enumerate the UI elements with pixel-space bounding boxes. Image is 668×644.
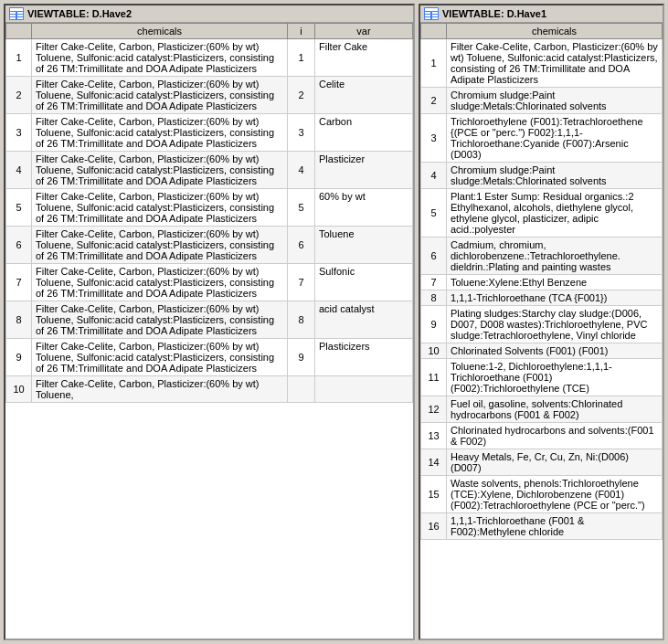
table-row: 9Plating sludges:Starchy clay sludge:(D0… — [421, 306, 663, 343]
table-icon-left — [9, 7, 24, 20]
row-i: 1 — [288, 39, 315, 77]
row-var: Celite — [315, 77, 413, 114]
svg-rect-9 — [425, 8, 438, 11]
table-row: 1Filter Cake-Celite, Carbon, Plasticizer… — [6, 39, 413, 77]
row-number: 8 — [421, 290, 447, 306]
row-chemicals: Fuel oil, gasoline, solvents:Chlorinated… — [447, 396, 663, 423]
table-row: 5Plant:1 Ester Sump: Residual organics.:… — [421, 189, 663, 238]
row-number: 4 — [6, 152, 32, 189]
row-number: 16 — [421, 513, 447, 540]
row-chemicals: Chlorinated Solvents (F001) (F001) — [447, 343, 663, 359]
table-row: 6Filter Cake-Celite, Carbon, Plasticizer… — [6, 227, 413, 264]
table-row: 8Filter Cake-Celite, Carbon, Plasticizer… — [6, 301, 413, 339]
row-number: 1 — [6, 39, 32, 77]
table-row: 5Filter Cake-Celite, Carbon, Plasticizer… — [6, 189, 413, 227]
row-number: 2 — [421, 88, 447, 114]
svg-rect-13 — [432, 15, 438, 16]
row-number: 12 — [421, 396, 447, 423]
svg-rect-14 — [425, 17, 430, 19]
row-chemicals: Toluene:1-2, Dichloroethylene:1,1,1-Tric… — [447, 359, 663, 396]
table-row: 14Heavy Metals, Fe, Cr, Cu, Zn, Ni:(D006… — [421, 449, 663, 476]
row-chemicals: Filter Cake-Celite, Carbon, Plasticizer:… — [447, 39, 663, 88]
table-row: 2Chromium sludge:Paint sludge:Metals:Chl… — [421, 88, 663, 114]
row-chemicals: 1,1,1-Trichloroethane (TCA {F001}) — [447, 290, 663, 306]
svg-rect-15 — [432, 17, 438, 19]
row-var: Plasticizers — [315, 339, 413, 376]
row-number: 5 — [421, 189, 447, 238]
right-title-text: VIEWTABLE: D.Have1 — [442, 8, 546, 19]
row-i: 7 — [288, 264, 315, 301]
row-chemicals: 1,1,1-Trichloroethane (F001 & F002):Meth… — [447, 513, 663, 540]
table-row: 4Chromium sludge:Paint sludge:Metals:Chl… — [421, 163, 663, 189]
row-var: Toluene — [315, 227, 413, 264]
table-row: 10Chlorinated Solvents (F001) (F001) — [421, 343, 663, 359]
row-i: 4 — [288, 152, 315, 189]
row-chemicals: Filter Cake-Celite, Carbon, Plasticizer:… — [32, 227, 288, 264]
row-number: 1 — [421, 39, 447, 88]
table-row: 12Fuel oil, gasoline, solvents:Chlorinat… — [421, 396, 663, 423]
row-number: 15 — [421, 476, 447, 513]
table-row: 3Filter Cake-Celite, Carbon, Plasticizer… — [6, 114, 413, 152]
table-row: 13Chlorinated hydrocarbons and solvents:… — [421, 423, 663, 449]
row-i — [288, 376, 315, 403]
row-chemicals: Plant:1 Ester Sump: Residual organics.:2… — [447, 189, 663, 238]
row-number: 3 — [6, 114, 32, 152]
row-chemicals: Chlorinated hydrocarbons and solvents:(F… — [447, 423, 663, 449]
svg-rect-1 — [10, 8, 23, 11]
table-row: 2Filter Cake-Celite, Carbon, Plasticizer… — [6, 77, 413, 114]
row-i: 2 — [288, 77, 315, 114]
row-chemicals: Chromium sludge:Paint sludge:Metals:Chlo… — [447, 163, 663, 189]
row-i: 8 — [288, 301, 315, 339]
row-chemicals: Filter Cake-Celite, Carbon, Plasticizer:… — [32, 301, 288, 339]
row-number: 3 — [421, 114, 447, 163]
row-number: 9 — [6, 339, 32, 376]
table-row: 161,1,1-Trichloroethane (F001 & F002):Me… — [421, 513, 663, 540]
right-table-container[interactable]: chemicals 1Filter Cake-Celite, Carbon, P… — [420, 23, 663, 639]
row-number: 13 — [421, 423, 447, 449]
row-chemicals: Toluene:Xylene:Ethyl Benzene — [447, 275, 663, 290]
svg-rect-7 — [17, 17, 23, 19]
row-number: 14 — [421, 449, 447, 476]
row-chemicals: Waste solvents, phenols:Trichloroethylen… — [447, 476, 663, 513]
row-number: 8 — [6, 301, 32, 339]
svg-rect-12 — [425, 15, 430, 16]
svg-rect-10 — [425, 12, 430, 14]
right-table: chemicals 1Filter Cake-Celite, Carbon, P… — [420, 23, 663, 540]
table-row: 15Waste solvents, phenols:Trichloroethyl… — [421, 476, 663, 513]
table-row: 7Toluene:Xylene:Ethyl Benzene — [421, 275, 663, 290]
row-chemicals: Filter Cake-Celite, Carbon, Plasticizer:… — [32, 339, 288, 376]
svg-rect-5 — [17, 15, 23, 16]
right-table-title: VIEWTABLE: D.Have1 — [420, 5, 663, 23]
row-number: 4 — [421, 163, 447, 189]
row-var — [315, 376, 413, 403]
row-number: 6 — [421, 238, 447, 275]
row-chemicals: Trichloroethylene (F001):Tetrachloroethe… — [447, 114, 663, 163]
svg-rect-3 — [17, 12, 23, 14]
row-chemicals: Filter Cake-Celite, Carbon, Plasticizer:… — [32, 39, 288, 77]
table-row: 6Cadmium, chromium, dichlorobenzene.:Tet… — [421, 238, 663, 275]
table-row: 3Trichloroethylene (F001):Tetrachloroeth… — [421, 114, 663, 163]
row-number: 10 — [6, 376, 32, 403]
row-number: 7 — [6, 264, 32, 301]
left-viewtable: VIEWTABLE: D.Have2 chemicals i var 1Filt… — [4, 4, 415, 640]
row-chemicals: Chromium sludge:Paint sludge:Metals:Chlo… — [447, 88, 663, 114]
row-number: 7 — [421, 275, 447, 290]
col-header-num-right — [421, 24, 447, 39]
row-chemicals: Plating sludges:Starchy clay sludge:(D00… — [447, 306, 663, 343]
row-chemicals: Cadmium, chromium, dichlorobenzene.:Tetr… — [447, 238, 663, 275]
row-number: 10 — [421, 343, 447, 359]
table-row: 9Filter Cake-Celite, Carbon, Plasticizer… — [6, 339, 413, 376]
row-var: Plasticizer — [315, 152, 413, 189]
left-table-container[interactable]: chemicals i var 1Filter Cake-Celite, Car… — [5, 23, 413, 639]
row-var: Filter Cake — [315, 39, 413, 77]
col-header-num-left — [6, 24, 32, 39]
row-number: 5 — [6, 189, 32, 227]
col-header-chemicals-left: chemicals — [32, 24, 288, 39]
row-var: Carbon — [315, 114, 413, 152]
table-row: 11Toluene:1-2, Dichloroethylene:1,1,1-Tr… — [421, 359, 663, 396]
row-number: 11 — [421, 359, 447, 396]
svg-rect-6 — [10, 17, 16, 19]
col-header-var-left: var — [315, 24, 413, 39]
row-chemicals: Filter Cake-Celite, Carbon, Plasticizer:… — [32, 152, 288, 189]
row-number: 2 — [6, 77, 32, 114]
